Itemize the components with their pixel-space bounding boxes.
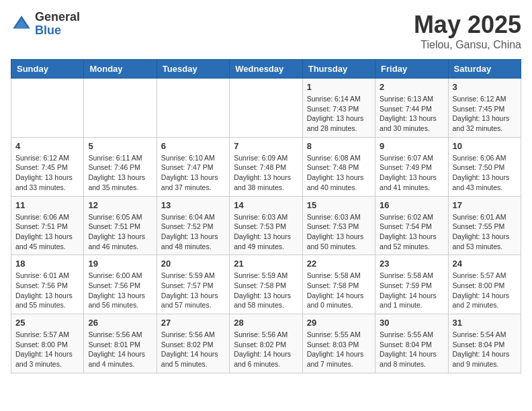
day-info: Sunrise: 5:59 AMSunset: 7:57 PMDaylight:… <box>161 271 225 310</box>
calendar-cell <box>157 79 229 138</box>
calendar-cell: 17Sunrise: 6:01 AMSunset: 7:55 PMDayligh… <box>448 196 521 255</box>
day-number: 3 <box>453 82 517 92</box>
calendar-cell: 29Sunrise: 5:55 AMSunset: 8:03 PMDayligh… <box>302 314 375 373</box>
day-info: Sunrise: 6:13 AMSunset: 7:44 PMDaylight:… <box>380 94 443 134</box>
day-info: Sunrise: 6:04 AMSunset: 7:52 PMDaylight:… <box>161 212 225 252</box>
day-number: 16 <box>380 200 443 210</box>
day-info: Sunrise: 6:06 AMSunset: 7:51 PMDaylight:… <box>15 212 79 252</box>
day-info: Sunrise: 6:01 AMSunset: 7:56 PMDaylight:… <box>15 271 79 310</box>
calendar-cell: 23Sunrise: 5:58 AMSunset: 7:59 PMDayligh… <box>375 255 448 314</box>
day-number: 15 <box>307 200 371 210</box>
calendar-cell: 10Sunrise: 6:06 AMSunset: 7:50 PMDayligh… <box>448 137 521 196</box>
calendar-cell: 27Sunrise: 5:56 AMSunset: 8:02 PMDayligh… <box>157 314 229 373</box>
calendar-week-3: 11Sunrise: 6:06 AMSunset: 7:51 PMDayligh… <box>11 196 521 255</box>
day-info: Sunrise: 6:10 AMSunset: 7:47 PMDaylight:… <box>161 153 225 193</box>
weekday-header-monday: Monday <box>84 60 157 79</box>
calendar-cell: 11Sunrise: 6:06 AMSunset: 7:51 PMDayligh… <box>11 196 84 255</box>
calendar-cell: 15Sunrise: 6:03 AMSunset: 7:53 PMDayligh… <box>302 196 375 255</box>
calendar-cell: 16Sunrise: 6:02 AMSunset: 7:54 PMDayligh… <box>375 196 448 255</box>
day-number: 21 <box>234 259 298 269</box>
day-info: Sunrise: 5:58 AMSunset: 7:59 PMDaylight:… <box>380 271 443 310</box>
calendar-cell: 3Sunrise: 6:12 AMSunset: 7:45 PMDaylight… <box>448 79 521 138</box>
calendar-cell: 28Sunrise: 5:56 AMSunset: 8:02 PMDayligh… <box>230 314 302 373</box>
subtitle: Tielou, Gansu, China <box>414 39 521 51</box>
day-number: 11 <box>15 200 79 210</box>
day-info: Sunrise: 6:06 AMSunset: 7:50 PMDaylight:… <box>453 153 517 193</box>
day-number: 19 <box>88 259 152 269</box>
calendar-cell: 24Sunrise: 5:57 AMSunset: 8:00 PMDayligh… <box>448 255 521 314</box>
calendar-cell: 26Sunrise: 5:56 AMSunset: 8:01 PMDayligh… <box>84 314 157 373</box>
day-number: 23 <box>380 259 443 269</box>
calendar-cell: 7Sunrise: 6:09 AMSunset: 7:48 PMDaylight… <box>230 137 302 196</box>
calendar-cell: 20Sunrise: 5:59 AMSunset: 7:57 PMDayligh… <box>157 255 229 314</box>
day-number: 9 <box>380 141 443 151</box>
calendar-table: SundayMondayTuesdayWednesdayThursdayFrid… <box>11 59 521 373</box>
day-info: Sunrise: 5:56 AMSunset: 8:01 PMDaylight:… <box>88 330 152 369</box>
calendar-cell: 25Sunrise: 5:57 AMSunset: 8:00 PMDayligh… <box>11 314 84 373</box>
weekday-header-saturday: Saturday <box>448 60 521 79</box>
day-number: 18 <box>15 259 79 269</box>
logo-icon <box>11 13 32 35</box>
day-info: Sunrise: 6:07 AMSunset: 7:49 PMDaylight:… <box>380 153 443 193</box>
day-info: Sunrise: 5:55 AMSunset: 8:04 PMDaylight:… <box>380 330 443 369</box>
day-number: 30 <box>380 318 443 328</box>
day-info: Sunrise: 6:14 AMSunset: 7:43 PMDaylight:… <box>307 94 371 134</box>
day-number: 27 <box>161 318 225 328</box>
day-info: Sunrise: 5:57 AMSunset: 8:00 PMDaylight:… <box>453 271 517 310</box>
weekday-header-thursday: Thursday <box>302 60 375 79</box>
day-info: Sunrise: 5:55 AMSunset: 8:03 PMDaylight:… <box>307 330 371 369</box>
day-number: 8 <box>307 141 371 151</box>
weekday-row: SundayMondayTuesdayWednesdayThursdayFrid… <box>11 60 521 79</box>
calendar-cell: 19Sunrise: 6:00 AMSunset: 7:56 PMDayligh… <box>84 255 157 314</box>
day-info: Sunrise: 6:11 AMSunset: 7:46 PMDaylight:… <box>88 153 152 193</box>
day-number: 6 <box>161 141 225 151</box>
day-number: 26 <box>88 318 152 328</box>
day-info: Sunrise: 6:03 AMSunset: 7:53 PMDaylight:… <box>307 212 371 252</box>
day-info: Sunrise: 6:12 AMSunset: 7:45 PMDaylight:… <box>453 94 517 134</box>
calendar-cell: 22Sunrise: 5:58 AMSunset: 7:58 PMDayligh… <box>302 255 375 314</box>
title-block: May 2025 Tielou, Gansu, China <box>414 11 521 51</box>
calendar-cell <box>84 79 157 138</box>
day-info: Sunrise: 6:12 AMSunset: 7:45 PMDaylight:… <box>15 153 79 193</box>
calendar-cell <box>230 79 302 138</box>
day-number: 20 <box>161 259 225 269</box>
day-info: Sunrise: 6:09 AMSunset: 7:48 PMDaylight:… <box>234 153 298 193</box>
weekday-header-wednesday: Wednesday <box>230 60 302 79</box>
main-title: May 2025 <box>414 11 521 39</box>
weekday-header-sunday: Sunday <box>11 60 84 79</box>
calendar-cell: 30Sunrise: 5:55 AMSunset: 8:04 PMDayligh… <box>375 314 448 373</box>
calendar-cell: 13Sunrise: 6:04 AMSunset: 7:52 PMDayligh… <box>157 196 229 255</box>
weekday-header-tuesday: Tuesday <box>157 60 229 79</box>
day-number: 2 <box>380 82 443 92</box>
day-info: Sunrise: 5:56 AMSunset: 8:02 PMDaylight:… <box>161 330 225 369</box>
calendar-cell: 5Sunrise: 6:11 AMSunset: 7:46 PMDaylight… <box>84 137 157 196</box>
day-number: 7 <box>234 141 298 151</box>
day-number: 31 <box>453 318 517 328</box>
day-info: Sunrise: 6:08 AMSunset: 7:48 PMDaylight:… <box>307 153 371 193</box>
calendar-week-1: 1Sunrise: 6:14 AMSunset: 7:43 PMDaylight… <box>11 79 521 138</box>
day-number: 24 <box>453 259 517 269</box>
calendar-cell: 8Sunrise: 6:08 AMSunset: 7:48 PMDaylight… <box>302 137 375 196</box>
calendar-cell: 9Sunrise: 6:07 AMSunset: 7:49 PMDaylight… <box>375 137 448 196</box>
day-info: Sunrise: 6:03 AMSunset: 7:53 PMDaylight:… <box>234 212 298 252</box>
day-number: 4 <box>15 141 79 151</box>
logo-general-text: General <box>35 11 80 24</box>
day-number: 14 <box>234 200 298 210</box>
day-info: Sunrise: 6:01 AMSunset: 7:55 PMDaylight:… <box>453 212 517 252</box>
day-number: 5 <box>88 141 152 151</box>
calendar-cell: 21Sunrise: 5:59 AMSunset: 7:58 PMDayligh… <box>230 255 302 314</box>
day-number: 1 <box>307 82 371 92</box>
calendar-cell: 2Sunrise: 6:13 AMSunset: 7:44 PMDaylight… <box>375 79 448 138</box>
logo: General Blue <box>11 11 80 38</box>
logo-blue-text: Blue <box>35 24 80 38</box>
calendar-cell: 12Sunrise: 6:05 AMSunset: 7:51 PMDayligh… <box>84 196 157 255</box>
day-info: Sunrise: 5:58 AMSunset: 7:58 PMDaylight:… <box>307 271 371 310</box>
day-info: Sunrise: 6:05 AMSunset: 7:51 PMDaylight:… <box>88 212 152 252</box>
day-info: Sunrise: 6:02 AMSunset: 7:54 PMDaylight:… <box>380 212 443 252</box>
day-number: 13 <box>161 200 225 210</box>
day-number: 22 <box>307 259 371 269</box>
logo-text: General Blue <box>35 11 80 38</box>
weekday-header-friday: Friday <box>375 60 448 79</box>
day-number: 12 <box>88 200 152 210</box>
day-info: Sunrise: 5:59 AMSunset: 7:58 PMDaylight:… <box>234 271 298 310</box>
